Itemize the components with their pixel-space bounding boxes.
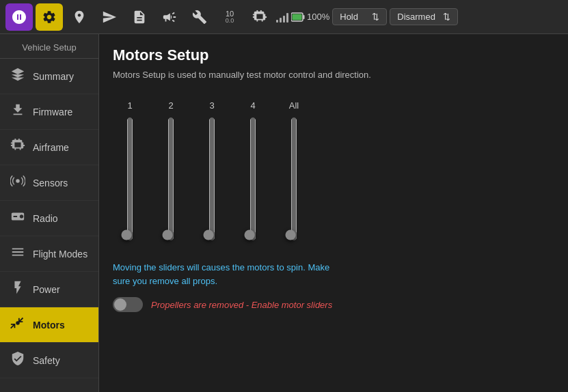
motor-4-label: 4 [250,100,255,111]
sidebar-item-label: Motors [33,320,65,331]
motor-2-label: 2 [168,100,173,111]
firmware-icon [10,102,26,121]
qgc-logo-icon[interactable] [5,3,33,31]
motor-1-label: 1 [127,100,132,111]
sidebar-item-motors[interactable]: Motors [0,307,98,343]
sidebar-item-label: Firmware [33,107,72,117]
sidebar-item-power[interactable]: Power [0,272,98,307]
disarmed-dropdown[interactable]: Disarmed ⇅ [390,8,458,25]
sidebar-item-label: Sensors [33,178,68,188]
sidebar-item-airframe[interactable]: Airframe [0,130,98,165]
disarmed-label: Disarmed [397,12,435,22]
page-title: Motors Setup [113,46,554,64]
sidebar-item-label: Safety [33,355,60,366]
waypoint-icon[interactable] [66,3,93,31]
content-area: Motors Setup Motors Setup is used to man… [99,34,568,392]
sidebar-item-firmware[interactable]: Firmware [0,94,98,130]
flight-modes-icon [10,244,26,263]
sidebar-item-label: Summary [33,71,74,82]
motor-2-slider[interactable] [161,117,181,240]
toolbar: 10 0.0 100% Hold ⇅ Disarmed ⇅ [0,0,568,34]
warning-text: Moving the sliders will causes the motor… [113,261,345,288]
hold-dropdown[interactable]: Hold ⇅ [332,8,387,25]
summary-icon [10,67,26,85]
sidebar-item-label: Airframe [33,142,69,153]
motor-all-slider[interactable] [284,117,304,240]
motor-1-slider[interactable] [120,117,140,240]
link-count: 10 [226,10,234,18]
sidebar-item-summary[interactable]: Summary [0,59,98,94]
svg-rect-2 [293,14,302,20]
sidebar-header: Vehicle Setup [0,34,98,59]
drone-icon[interactable] [246,3,273,31]
main-layout: Vehicle Setup Summary Firmware Airframe [0,34,568,392]
motor-slider-1: 1 [120,100,140,240]
link-quality: 0.0 [226,18,234,25]
sidebar: Vehicle Setup Summary Firmware Airframe [0,34,99,392]
toggle-knob [114,298,126,311]
toggle-label: Propellers are removed - Enable motor sl… [151,300,332,310]
motor-slider-4: 4 [243,100,263,240]
power-icon [10,280,26,298]
sensors-icon [10,173,26,192]
link-count-icon[interactable]: 10 0.0 [216,3,243,31]
motor-3-slider[interactable] [202,117,222,240]
motor-4-slider[interactable] [243,117,263,240]
toggle-row: Propellers are removed - Enable motor sl… [113,297,554,312]
battery-indicator: 100% [291,12,329,22]
sidebar-item-label: Flight Modes [33,249,87,260]
disarmed-chevron-icon: ⇅ [443,12,450,22]
document-icon[interactable] [126,3,153,31]
signal-bars-icon [276,12,288,23]
sidebar-item-label: Power [33,284,60,295]
sidebar-item-flight-modes[interactable]: Flight Modes [0,236,98,272]
svg-rect-4 [16,321,20,325]
megaphone-icon[interactable] [156,3,183,31]
safety-icon [10,351,26,369]
svg-point-3 [16,179,20,183]
motor-slider-2: 2 [161,100,181,240]
hold-chevron-icon: ⇅ [372,12,379,22]
settings-icon[interactable] [36,3,63,31]
sidebar-item-radio[interactable]: Radio [0,201,98,236]
sidebar-item-safety[interactable]: Safety [0,343,98,378]
propeller-toggle[interactable] [113,297,143,312]
sidebar-item-label: Radio [33,213,58,224]
motor-slider-all: All [284,100,304,240]
motor-all-label: All [289,100,299,111]
hold-label: Hold [340,12,358,22]
tools-icon[interactable] [186,3,213,31]
motor-slider-3: 3 [202,100,222,240]
sidebar-item-sensors[interactable]: Sensors [0,165,98,201]
sliders-container: 1 2 3 4 All [113,94,554,247]
svg-rect-1 [303,15,305,19]
send-icon[interactable] [96,3,123,31]
battery-percent: 100% [307,12,329,22]
motors-icon [10,316,26,334]
motor-3-label: 3 [209,100,214,111]
airframe-icon [10,138,26,156]
radio-icon [10,209,26,227]
page-description: Motors Setup is used to manually test mo… [113,70,554,80]
